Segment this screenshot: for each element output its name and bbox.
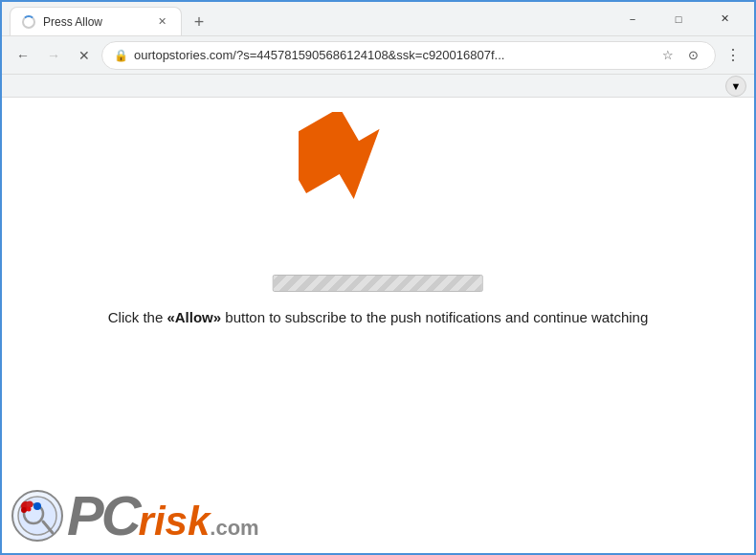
svg-point-6 [27,501,33,508]
svg-point-7 [21,507,27,513]
pcrisk-dotcom: .com [210,518,258,539]
pcrisk-pc: PC [67,488,139,544]
tab-close-button[interactable]: ✕ [154,14,169,30]
progress-section: Click the «Allow» button to subscribe to… [108,275,649,329]
allow-word: «Allow» [167,309,221,325]
browser-tab[interactable]: Press Allow ✕ [10,7,182,35]
address-icons: ☆ ⊙ [657,45,703,66]
svg-point-8 [27,507,32,512]
minimize-button[interactable]: − [611,5,655,33]
forward-button[interactable]: → [40,42,67,69]
pcrisk-logo: PC risk .com [11,488,259,544]
menu-button[interactable]: ⋮ [720,42,746,69]
pcrisk-risk: risk [139,501,211,542]
orange-arrow-indicator [299,112,413,221]
pcrisk-icon [11,490,63,542]
svg-marker-1 [299,112,404,217]
svg-point-9 [33,502,41,510]
address-text: ourtopstories.com/?s=4457815905686124108… [134,48,652,62]
profile-button[interactable]: ⊙ [682,45,703,66]
reload-button[interactable]: ✕ [71,42,98,69]
back-button[interactable]: ← [10,42,36,69]
page-main-text: Click the «Allow» button to subscribe to… [108,307,649,329]
title-bar: Press Allow ✕ + − □ ✕ [2,2,754,36]
tab-spinner [22,15,35,29]
download-bar: ▼ [2,75,754,98]
new-tab-button[interactable]: + [186,9,212,35]
navigation-bar: ← → ✕ 🔒 ourtopstories.com/?s=44578159056… [2,36,754,75]
download-arrow-icon: ▼ [731,80,742,92]
tab-area: Press Allow ✕ + [10,2,603,35]
address-bar[interactable]: 🔒 ourtopstories.com/?s=44578159056861241… [101,41,716,70]
close-button[interactable]: ✕ [702,5,746,33]
bookmark-button[interactable]: ☆ [657,45,678,66]
window-controls: − □ ✕ [611,5,746,33]
lock-icon: 🔒 [114,49,128,62]
page-content: Click the «Allow» button to subscribe to… [2,98,754,553]
maximize-button[interactable]: □ [656,5,700,33]
download-icon-button[interactable]: ▼ [725,76,746,97]
progress-bar [273,275,483,292]
tab-title: Press Allow [43,15,146,29]
